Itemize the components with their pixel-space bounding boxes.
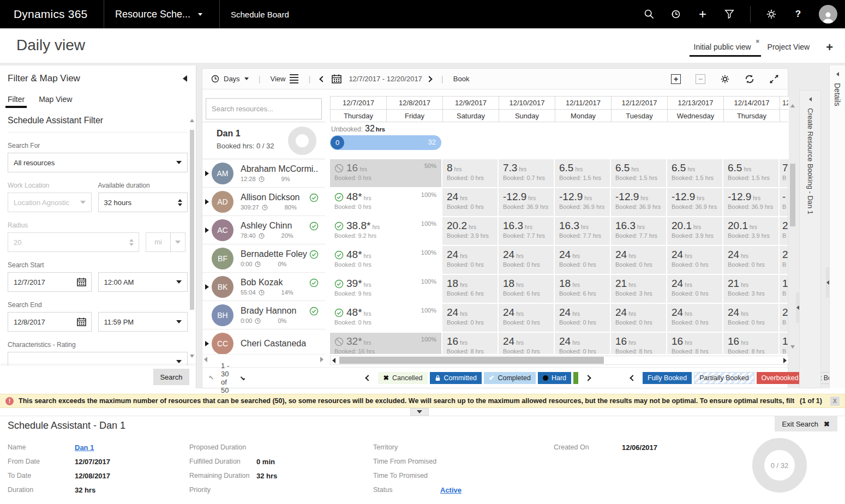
legend-status-hard[interactable]: Hard: [538, 372, 571, 384]
day-cell[interactable]: 16.3hrsBooked: 7.7 hrs: [611, 217, 666, 245]
day-cell[interactable]: 6.5hrsBooked: 1.5 hrs: [723, 159, 778, 187]
brand-logo[interactable]: Dynamics 365: [0, 8, 104, 21]
day-cell[interactable]: -12.9hrsBooked: 36.9 hrs: [611, 188, 666, 216]
search-window-cell[interactable]: 48*hrs100%Booked: 0 hrs: [330, 304, 441, 332]
day-cell[interactable]: 6.5hrsBooked: 1.5 hrs: [667, 159, 722, 187]
day-cell[interactable]: 7.3hrsBooked: 0.7 hrs: [499, 159, 554, 187]
legend-partially-booked[interactable]: Partially Booked: [694, 372, 754, 384]
scroll-left-icon[interactable]: [204, 357, 207, 362]
date-column-header[interactable]: 12/9/2017Saturday: [443, 97, 499, 122]
expander-icon[interactable]: [202, 284, 212, 290]
work-location-select[interactable]: Location Agnostic: [8, 193, 92, 212]
resource-row[interactable]: ADAllison Dickson309:2780%: [202, 188, 325, 216]
zoom-in-icon[interactable]: +: [671, 74, 681, 84]
day-cell-partial[interactable]: 2B: [780, 246, 788, 274]
calendar-icon[interactable]: [77, 317, 86, 326]
resource-row[interactable]: ACAshley Chinn78:4020%: [202, 216, 325, 244]
search-window-cell[interactable]: 38.8*hrs100%Booked: 9.2 hrs: [330, 217, 441, 245]
page-down-icon[interactable]: [241, 375, 245, 380]
filter-funnel-icon[interactable]: [723, 8, 735, 20]
scroll-up-icon[interactable]: [790, 104, 795, 107]
search-end-date[interactable]: 12/8/2017: [8, 312, 92, 332]
scroll-right-icon[interactable]: [320, 357, 323, 362]
search-window-cell[interactable]: 16hrs50%Booked: 0 hrs: [330, 159, 441, 187]
date-column-header[interactable]: 12/8/2017Friday: [387, 97, 443, 122]
day-cell[interactable]: 24hrsBooked: 0 hrs: [555, 246, 610, 274]
collapse-panel-icon[interactable]: [183, 75, 187, 82]
view-selector[interactable]: View: [271, 74, 299, 83]
tab-filter[interactable]: Filter: [8, 95, 25, 108]
day-cell-partial[interactable]: 7B: [780, 159, 788, 187]
day-cell[interactable]: 18hrsBooked: 6 hrs: [442, 275, 498, 303]
previous-period-icon[interactable]: [320, 76, 326, 82]
close-tab-icon[interactable]: ✖: [756, 39, 760, 44]
day-cell[interactable]: 16hrsBooked: 8 hrs: [723, 333, 778, 354]
day-cell[interactable]: 24hrsBooked: 0 hrs: [499, 246, 554, 274]
grid-vertical-scrollbar[interactable]: [789, 101, 796, 352]
search-resources-input[interactable]: [206, 98, 322, 119]
day-cell[interactable]: 18hrsBooked: 6 hrs: [499, 275, 554, 303]
field-value[interactable]: Dan 1: [75, 443, 94, 452]
resource-name[interactable]: Bernadette Foley: [241, 249, 307, 259]
legend-fully-booked[interactable]: Fully Booked: [643, 372, 692, 384]
resource-row[interactable]: BKBob Kozak55:0414%: [202, 273, 325, 301]
scroll-right-icon[interactable]: [783, 358, 787, 363]
search-button[interactable]: Search: [153, 369, 189, 385]
legend-status-cancelled[interactable]: ✖Cancelled: [378, 372, 427, 384]
search-window-cell[interactable]: 48*hrs100%Booked: 0 hrs: [330, 188, 441, 216]
day-cell[interactable]: 24hrsBooked: 0 hrs: [499, 333, 554, 354]
user-avatar[interactable]: [819, 5, 837, 23]
day-cell[interactable]: 20.2hrsBooked: 3.9 hrs: [442, 217, 498, 245]
resource-name[interactable]: Brady Hannon: [241, 306, 296, 316]
day-cell[interactable]: 24hrsBooked: 0 hrs: [611, 246, 666, 274]
page-up-icon[interactable]: [209, 375, 214, 380]
day-cell[interactable]: 24hrsBooked: 0 hrs: [723, 304, 778, 332]
legend-scroll-right-icon[interactable]: [585, 375, 591, 381]
day-cell[interactable]: 24hrsBooked: 0 hrs: [442, 304, 498, 332]
resource-name[interactable]: Cheri Castaneda: [241, 339, 306, 349]
day-cell[interactable]: 16hrsBooked: 8 hrs: [611, 333, 666, 354]
create-resource-booking-rail[interactable]: Create Resource Booking - Dan 1: [799, 90, 821, 388]
day-cell[interactable]: 18hrsBooked: 6 hrs: [555, 275, 610, 303]
date-column-header[interactable]: 12/7/2017Thursday: [331, 97, 387, 122]
add-view-tab-button[interactable]: +: [826, 40, 833, 59]
day-cell[interactable]: 24hrsBooked: 0 hrs: [667, 275, 722, 303]
details-rail[interactable]: Details: [829, 65, 845, 388]
board-settings-gear-icon[interactable]: [720, 74, 730, 84]
expand-panel-icon[interactable]: [809, 97, 812, 101]
radius-unit-select[interactable]: mi: [146, 232, 185, 252]
day-cell[interactable]: 20.1hrsBooked: 3.9 hrs: [723, 217, 778, 245]
tab-initial-public-view[interactable]: Initial public view ✖: [694, 43, 751, 57]
collapse-details-tab[interactable]: [410, 408, 429, 416]
calendar-icon[interactable]: [332, 74, 341, 83]
tab-map-view[interactable]: Map View: [39, 95, 72, 108]
stepper-icon[interactable]: [178, 199, 182, 206]
search-window-cell[interactable]: 39*hrs100%Booked: 9 hrs: [330, 275, 441, 303]
filter-panel-scrollbar[interactable]: [189, 116, 195, 361]
resource-row[interactable]: AMAbraham McCormi...12:289%: [202, 159, 325, 188]
legend-scroll-left-icon[interactable]: [630, 375, 636, 381]
resource-name[interactable]: Abraham McCormi...: [241, 164, 319, 174]
close-warning-icon[interactable]: X: [830, 397, 840, 406]
day-cell[interactable]: 6.5hrsBooked: 1.5 hrs: [555, 159, 610, 187]
scroll-up-icon[interactable]: [190, 119, 194, 122]
search-window-cell[interactable]: 32*hrs100%Booked: 16 hrs: [330, 333, 441, 354]
zoom-out-icon[interactable]: −: [696, 74, 705, 84]
resource-name[interactable]: Allison Dickson: [241, 193, 299, 202]
search-window-cell[interactable]: 48*hrs100%Booked: 0 hrs: [330, 246, 441, 274]
date-column-header[interactable]: 12/10/2017Sunday: [499, 97, 555, 122]
date-column-header[interactable]: 12/13/2017Wednesday: [668, 97, 724, 122]
day-cell[interactable]: 24hrsBooked: 0 hrs: [611, 304, 666, 332]
date-column-header[interactable]: 12/12/2017Tuesday: [612, 97, 668, 122]
resource-name[interactable]: Bob Kozak: [241, 278, 283, 287]
app-switcher[interactable]: Resource Sche...: [104, 0, 220, 28]
day-cell[interactable]: 16hrsBooked: 8 hrs: [442, 333, 498, 354]
day-cell-partial[interactable]: 1B: [780, 275, 788, 303]
day-cell[interactable]: 24hrsBooked: 0 hrs: [499, 304, 554, 332]
recent-history-icon[interactable]: [670, 8, 682, 20]
search-for-select[interactable]: All resources: [8, 153, 188, 172]
resource-row[interactable]: CCCheri Castaneda: [202, 329, 325, 354]
day-cell[interactable]: 21hrsBooked: 3 hrs: [611, 275, 666, 303]
exit-search-button[interactable]: Exit Search ✖: [775, 416, 837, 431]
day-cell[interactable]: 24hrsBooked: 0 hrs: [442, 246, 498, 274]
